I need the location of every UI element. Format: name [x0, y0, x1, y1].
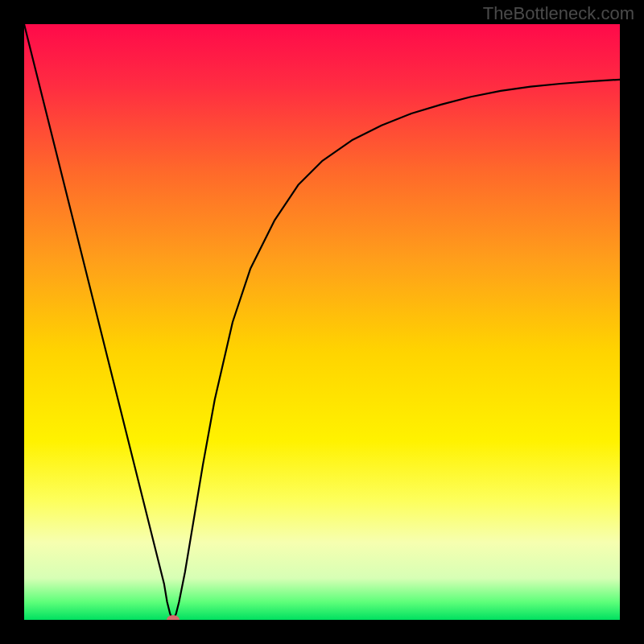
chart-svg: [24, 24, 620, 620]
bottleneck-chart: [24, 24, 620, 620]
gradient-background: [24, 24, 620, 620]
watermark-text: TheBottleneck.com: [483, 3, 634, 24]
